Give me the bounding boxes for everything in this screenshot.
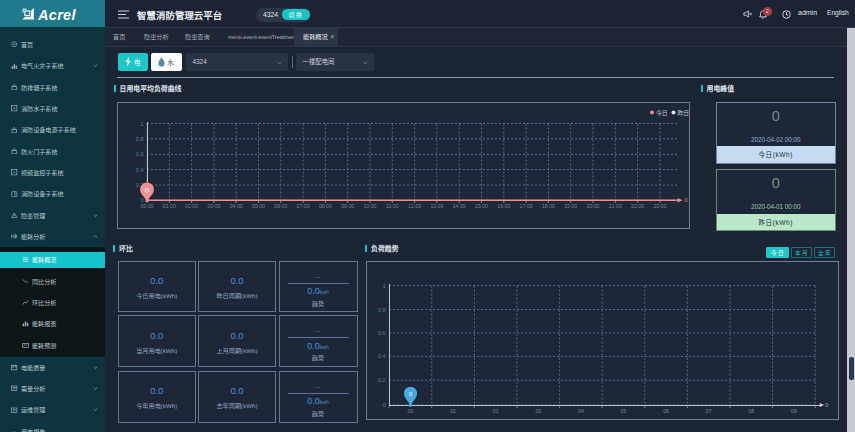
svg-text:11:00: 11:00 bbox=[386, 203, 399, 209]
svg-text:03: 03 bbox=[535, 408, 541, 414]
svg-text:00: 00 bbox=[407, 408, 413, 414]
svg-text:1: 1 bbox=[382, 282, 385, 288]
svg-text:02: 02 bbox=[492, 408, 498, 414]
svg-text:05: 05 bbox=[620, 408, 626, 414]
svg-text:07:00: 07:00 bbox=[297, 203, 310, 209]
svg-text:17:00: 17:00 bbox=[520, 203, 533, 209]
svg-text:14:00: 14:00 bbox=[453, 203, 466, 209]
svg-text:23:00: 23:00 bbox=[653, 203, 666, 209]
svg-text:00:00: 00:00 bbox=[141, 203, 154, 209]
svg-text:16:00: 16:00 bbox=[497, 203, 510, 209]
svg-text:0: 0 bbox=[382, 402, 385, 408]
svg-text:19:00: 19:00 bbox=[564, 203, 577, 209]
svg-text:09:00: 09:00 bbox=[341, 203, 354, 209]
svg-text:21:00: 21:00 bbox=[609, 203, 622, 209]
svg-text:09: 09 bbox=[791, 408, 797, 414]
svg-text:04:00: 04:00 bbox=[230, 203, 243, 209]
svg-text:0.6: 0.6 bbox=[378, 329, 386, 335]
svg-text:今日: 今日 bbox=[656, 109, 668, 117]
svg-text:1: 1 bbox=[140, 121, 143, 127]
svg-text:07: 07 bbox=[705, 408, 711, 414]
svg-text:Acrel: Acrel bbox=[37, 7, 76, 23]
svg-text:05:00: 05:00 bbox=[252, 203, 265, 209]
svg-text:06: 06 bbox=[663, 408, 669, 414]
svg-text:03:00: 03:00 bbox=[207, 203, 220, 209]
svg-text:08:00: 08:00 bbox=[319, 203, 332, 209]
svg-text:0.8: 0.8 bbox=[136, 136, 144, 142]
svg-text:15:00: 15:00 bbox=[475, 203, 488, 209]
svg-text:0.8: 0.8 bbox=[378, 306, 386, 312]
svg-text:18:00: 18:00 bbox=[542, 203, 555, 209]
svg-text:0.4: 0.4 bbox=[136, 167, 144, 173]
svg-text:08: 08 bbox=[748, 408, 754, 414]
svg-text:0.2: 0.2 bbox=[378, 377, 386, 383]
svg-text:04: 04 bbox=[578, 408, 584, 414]
svg-text:01: 01 bbox=[450, 408, 456, 414]
svg-text:01:00: 01:00 bbox=[163, 203, 176, 209]
svg-text:0.6: 0.6 bbox=[136, 151, 144, 157]
svg-text:0: 0 bbox=[825, 402, 828, 408]
svg-text:22:00: 22:00 bbox=[631, 203, 644, 209]
svg-text:20:00: 20:00 bbox=[587, 203, 600, 209]
svg-text:昨日: 昨日 bbox=[678, 109, 690, 117]
svg-text:0: 0 bbox=[685, 197, 688, 203]
svg-text:06:00: 06:00 bbox=[274, 203, 287, 209]
svg-text:02:00: 02:00 bbox=[185, 203, 198, 209]
svg-text:13:00: 13:00 bbox=[430, 203, 443, 209]
svg-text:12:00: 12:00 bbox=[408, 203, 421, 209]
svg-text:0.4: 0.4 bbox=[378, 353, 386, 359]
svg-text:10:00: 10:00 bbox=[364, 203, 377, 209]
